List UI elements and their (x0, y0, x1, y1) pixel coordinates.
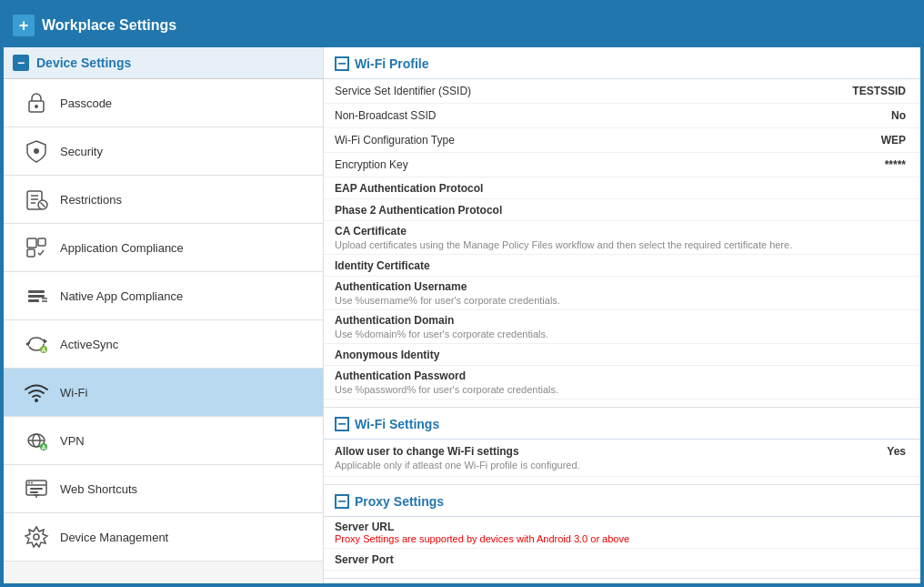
anon-identity-label: Anonymous Identity (335, 349, 439, 361)
app-compliance-icon (22, 233, 51, 262)
sidebar-item-native-app[interactable]: Native App Compliance (4, 272, 323, 320)
activesync-icon: A (22, 329, 51, 359)
svg-rect-29 (30, 488, 43, 490)
field-phase2: Phase 2 Authentication Protocol (324, 199, 920, 221)
ssid-label: Service Set Identifier (SSID) (335, 85, 782, 97)
svg-rect-13 (28, 295, 45, 298)
passcode-icon (22, 88, 51, 117)
restrictions-icon (22, 185, 51, 214)
field-config-type: Wi-Fi Configuration Type WEP (324, 128, 920, 153)
svg-marker-15 (44, 339, 47, 344)
field-ssid: Service Set Identifier (SSID) TESTSSID (324, 79, 920, 104)
security-icon (22, 137, 51, 166)
ca-cert-label: CA Certificate (335, 225, 909, 238)
sidebar-item-device-management[interactable]: Device Management (4, 513, 323, 562)
allow-wifi-change-label: Allow user to change Wi-Fi settings Appl… (335, 445, 782, 471)
sidebar-item-security[interactable]: Security (4, 127, 323, 176)
field-ca-cert: CA Certificate Upload certificates using… (324, 221, 920, 255)
svg-point-2 (34, 148, 39, 154)
eap-label: EAP Authentication Protocol (335, 182, 483, 195)
passcode-label: Passcode (60, 96, 112, 110)
app-title: Workplace Settings (42, 17, 176, 34)
field-identity-cert: Identity Certificate (324, 255, 920, 277)
field-eap: EAP Authentication Protocol (324, 177, 920, 199)
server-url-label: Server URL (335, 521, 909, 533)
vpn-label: VPN (60, 434, 85, 448)
svg-rect-14 (28, 299, 39, 302)
proxy-warning: Proxy Settings are supported by devices … (335, 533, 909, 544)
allow-wifi-change-value: Yes (782, 445, 909, 458)
auth-domain-label: Authentication Domain (335, 314, 909, 327)
restrictions-label: Restrictions (60, 193, 122, 207)
svg-marker-16 (25, 341, 29, 347)
identity-cert-label: Identity Certificate (335, 259, 430, 272)
config-type-value: WEP (782, 134, 909, 147)
field-auth-domain: Authentication Domain Use %domain% for u… (324, 310, 920, 344)
sidebar-item-passcode[interactable]: Passcode (4, 79, 323, 127)
wifi-settings-collapse[interactable]: − (335, 417, 349, 431)
web-shortcuts-label: Web Shortcuts (60, 482, 137, 496)
wifi-icon (22, 378, 51, 407)
wifi-profile-collapse[interactable]: − (335, 56, 349, 71)
ssid-value: TESTSSID (782, 85, 909, 97)
sidebar-item-app-compliance[interactable]: Application Compliance (4, 224, 323, 272)
wifi-settings-section: − Wi-Fi Settings Allow user to change Wi… (324, 408, 920, 485)
field-encryption-key: Encryption Key ***** (324, 153, 920, 177)
wifi-settings-title: Wi-Fi Settings (355, 417, 439, 431)
ca-cert-sub: Upload certificates using the Manage Pol… (335, 239, 909, 250)
collapse-button[interactable]: − (13, 55, 29, 71)
config-type-label: Wi-Fi Configuration Type (335, 134, 782, 147)
svg-rect-9 (27, 238, 36, 248)
header: + Workplace Settings (4, 4, 920, 47)
sidebar-item-activesync[interactable]: A ActiveSync (4, 320, 323, 369)
field-server-url: Server URL Proxy Settings are supported … (324, 517, 920, 549)
field-auth-password: Authentication Password Use %password% f… (324, 366, 920, 400)
native-app-icon (22, 281, 51, 310)
sidebar: − Device Settings Passcode (4, 47, 324, 583)
outer-border: + Workplace Settings − Device Settings (0, 0, 924, 587)
server-port-label: Server Port (335, 553, 394, 566)
auth-domain-sub: Use %domain% for user's corporate creden… (335, 329, 909, 339)
field-server-port: Server Port (324, 549, 920, 571)
field-auth-username: Authentication Username Use %username% f… (324, 277, 920, 310)
proxy-settings-title: Proxy Settings (355, 494, 444, 509)
svg-rect-12 (28, 290, 45, 293)
svg-rect-10 (38, 238, 45, 246)
svg-point-28 (31, 482, 33, 484)
app-compliance-label: Application Compliance (60, 241, 184, 255)
wifi-profile-header: − Wi-Fi Profile (324, 47, 920, 79)
svg-text:A: A (41, 444, 45, 450)
activesync-label: ActiveSync (60, 338, 118, 351)
wifi-label: Wi-Fi (60, 386, 87, 400)
sidebar-item-wifi[interactable]: Wi-Fi (4, 369, 323, 417)
svg-rect-11 (27, 249, 35, 257)
field-anon-identity: Anonymous Identity (324, 344, 920, 366)
svg-point-19 (35, 399, 38, 402)
proxy-settings-collapse[interactable]: − (335, 494, 349, 509)
sidebar-section-header: − Device Settings (4, 47, 323, 79)
auth-username-sub: Use %username% for user's corporate cred… (335, 295, 909, 306)
sidebar-item-vpn[interactable]: A VPN (4, 417, 323, 465)
proxy-settings-section: − Proxy Settings Server URL Proxy Settin… (324, 485, 920, 579)
vpn-icon: A (22, 426, 51, 455)
sidebar-item-web-shortcuts[interactable]: Web Shortcuts (4, 465, 323, 513)
non-broadcast-value: No (782, 109, 909, 122)
non-broadcast-label: Non-Broadcast SSID (335, 109, 782, 122)
auth-password-sub: Use %password% for user's corporate cred… (335, 384, 909, 395)
svg-point-33 (34, 534, 39, 540)
field-allow-wifi-change: Allow user to change Wi-Fi settings Appl… (324, 440, 920, 477)
content-area: − Device Settings Passcode (4, 47, 920, 583)
field-non-broadcast: Non-Broadcast SSID No (324, 104, 920, 128)
web-shortcuts-icon (22, 474, 51, 503)
device-management-label: Device Management (60, 531, 168, 544)
svg-point-1 (35, 105, 38, 108)
device-management-icon (22, 522, 51, 552)
sidebar-item-restrictions[interactable]: Restrictions (4, 176, 323, 224)
sidebar-section-title: Device Settings (36, 56, 131, 70)
encryption-key-value: ***** (782, 158, 909, 171)
add-button[interactable]: + (13, 15, 35, 36)
svg-rect-30 (30, 491, 38, 493)
security-label: Security (60, 145, 103, 158)
proxy-settings-header: − Proxy Settings (324, 485, 920, 517)
auth-password-label: Authentication Password (335, 369, 909, 382)
